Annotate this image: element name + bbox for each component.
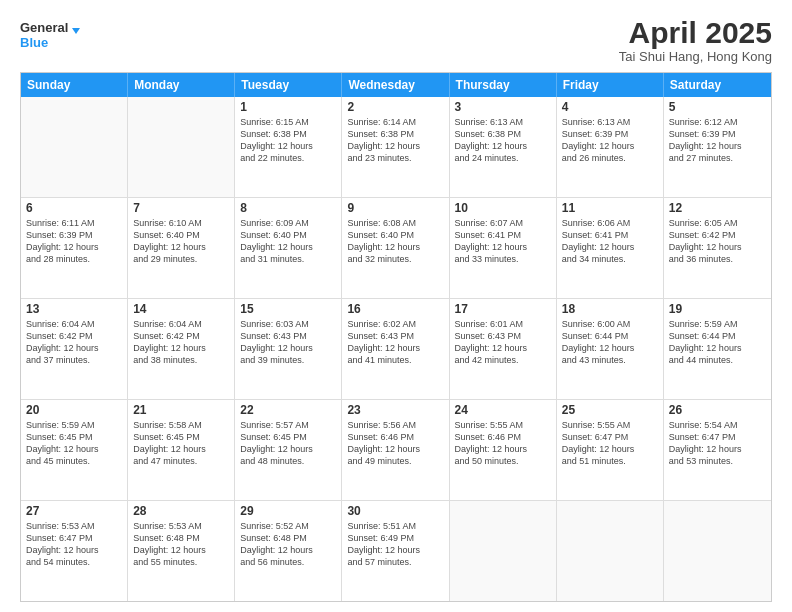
day-number: 30 [347,504,443,518]
calendar-cell: 27 Sunrise: 5:53 AM Sunset: 6:47 PM Dayl… [21,501,128,601]
calendar-cell: 26 Sunrise: 5:54 AM Sunset: 6:47 PM Dayl… [664,400,771,500]
sunrise-line: Sunrise: 5:55 AM [562,419,658,431]
daylight-line: Daylight: 12 hours [562,342,658,354]
day-number: 11 [562,201,658,215]
daylight-minutes-line: and 36 minutes. [669,253,766,265]
sunset-line: Sunset: 6:42 PM [26,330,122,342]
calendar-week-4: 20 Sunrise: 5:59 AM Sunset: 6:45 PM Dayl… [21,400,771,501]
calendar-cell [664,501,771,601]
day-number: 22 [240,403,336,417]
daylight-line: Daylight: 12 hours [669,140,766,152]
day-number: 10 [455,201,551,215]
sunset-line: Sunset: 6:40 PM [347,229,443,241]
calendar-cell: 4 Sunrise: 6:13 AM Sunset: 6:39 PM Dayli… [557,97,664,197]
daylight-line: Daylight: 12 hours [347,140,443,152]
calendar-cell: 28 Sunrise: 5:53 AM Sunset: 6:48 PM Dayl… [128,501,235,601]
daylight-minutes-line: and 49 minutes. [347,455,443,467]
daylight-minutes-line: and 57 minutes. [347,556,443,568]
day-number: 2 [347,100,443,114]
day-number: 14 [133,302,229,316]
calendar-cell: 21 Sunrise: 5:58 AM Sunset: 6:45 PM Dayl… [128,400,235,500]
daylight-minutes-line: and 31 minutes. [240,253,336,265]
sunset-line: Sunset: 6:45 PM [133,431,229,443]
daylight-minutes-line: and 24 minutes. [455,152,551,164]
calendar-cell: 30 Sunrise: 5:51 AM Sunset: 6:49 PM Dayl… [342,501,449,601]
calendar-cell: 8 Sunrise: 6:09 AM Sunset: 6:40 PM Dayli… [235,198,342,298]
daylight-line: Daylight: 12 hours [562,443,658,455]
daylight-minutes-line: and 23 minutes. [347,152,443,164]
daylight-line: Daylight: 12 hours [240,443,336,455]
calendar-cell [128,97,235,197]
sunset-line: Sunset: 6:48 PM [240,532,336,544]
day-number: 21 [133,403,229,417]
sunrise-line: Sunrise: 6:05 AM [669,217,766,229]
sunrise-line: Sunrise: 6:13 AM [562,116,658,128]
sunrise-line: Sunrise: 6:01 AM [455,318,551,330]
sunrise-line: Sunrise: 5:56 AM [347,419,443,431]
daylight-minutes-line: and 37 minutes. [26,354,122,366]
daylight-line: Daylight: 12 hours [669,241,766,253]
day-number: 26 [669,403,766,417]
day-number: 7 [133,201,229,215]
daylight-minutes-line: and 50 minutes. [455,455,551,467]
sunset-line: Sunset: 6:42 PM [133,330,229,342]
calendar-week-3: 13 Sunrise: 6:04 AM Sunset: 6:42 PM Dayl… [21,299,771,400]
logo-svg: General Blue [20,16,80,56]
calendar-week-2: 6 Sunrise: 6:11 AM Sunset: 6:39 PM Dayli… [21,198,771,299]
calendar-cell: 15 Sunrise: 6:03 AM Sunset: 6:43 PM Dayl… [235,299,342,399]
sunset-line: Sunset: 6:43 PM [455,330,551,342]
sunrise-line: Sunrise: 5:53 AM [26,520,122,532]
sunrise-line: Sunrise: 6:03 AM [240,318,336,330]
header-day-tuesday: Tuesday [235,73,342,97]
sunset-line: Sunset: 6:40 PM [133,229,229,241]
day-number: 5 [669,100,766,114]
calendar-cell [21,97,128,197]
sunrise-line: Sunrise: 6:10 AM [133,217,229,229]
daylight-line: Daylight: 12 hours [455,241,551,253]
sunset-line: Sunset: 6:43 PM [240,330,336,342]
calendar-cell: 19 Sunrise: 5:59 AM Sunset: 6:44 PM Dayl… [664,299,771,399]
calendar-cell: 14 Sunrise: 6:04 AM Sunset: 6:42 PM Dayl… [128,299,235,399]
calendar-cell: 24 Sunrise: 5:55 AM Sunset: 6:46 PM Dayl… [450,400,557,500]
sunset-line: Sunset: 6:39 PM [669,128,766,140]
calendar-cell: 13 Sunrise: 6:04 AM Sunset: 6:42 PM Dayl… [21,299,128,399]
day-number: 27 [26,504,122,518]
daylight-line: Daylight: 12 hours [133,443,229,455]
calendar-cell: 17 Sunrise: 6:01 AM Sunset: 6:43 PM Dayl… [450,299,557,399]
calendar-cell: 18 Sunrise: 6:00 AM Sunset: 6:44 PM Dayl… [557,299,664,399]
sunset-line: Sunset: 6:41 PM [562,229,658,241]
sunset-line: Sunset: 6:47 PM [26,532,122,544]
daylight-minutes-line: and 44 minutes. [669,354,766,366]
calendar-week-1: 1 Sunrise: 6:15 AM Sunset: 6:38 PM Dayli… [21,97,771,198]
daylight-line: Daylight: 12 hours [26,443,122,455]
daylight-line: Daylight: 12 hours [240,140,336,152]
daylight-minutes-line: and 38 minutes. [133,354,229,366]
daylight-line: Daylight: 12 hours [347,241,443,253]
calendar-cell: 12 Sunrise: 6:05 AM Sunset: 6:42 PM Dayl… [664,198,771,298]
calendar-cell: 23 Sunrise: 5:56 AM Sunset: 6:46 PM Dayl… [342,400,449,500]
sunrise-line: Sunrise: 6:13 AM [455,116,551,128]
sunset-line: Sunset: 6:46 PM [347,431,443,443]
month-title: April 2025 [619,16,772,49]
header-day-saturday: Saturday [664,73,771,97]
sunset-line: Sunset: 6:38 PM [240,128,336,140]
calendar-cell: 16 Sunrise: 6:02 AM Sunset: 6:43 PM Dayl… [342,299,449,399]
daylight-minutes-line: and 33 minutes. [455,253,551,265]
daylight-minutes-line: and 48 minutes. [240,455,336,467]
calendar-body: 1 Sunrise: 6:15 AM Sunset: 6:38 PM Dayli… [21,97,771,601]
day-number: 6 [26,201,122,215]
daylight-minutes-line: and 28 minutes. [26,253,122,265]
daylight-minutes-line: and 53 minutes. [669,455,766,467]
calendar-cell: 3 Sunrise: 6:13 AM Sunset: 6:38 PM Dayli… [450,97,557,197]
sunrise-line: Sunrise: 5:58 AM [133,419,229,431]
sunset-line: Sunset: 6:47 PM [562,431,658,443]
calendar-cell: 2 Sunrise: 6:14 AM Sunset: 6:38 PM Dayli… [342,97,449,197]
daylight-minutes-line: and 56 minutes. [240,556,336,568]
day-number: 8 [240,201,336,215]
daylight-minutes-line: and 51 minutes. [562,455,658,467]
sunrise-line: Sunrise: 5:59 AM [26,419,122,431]
daylight-minutes-line: and 42 minutes. [455,354,551,366]
day-number: 23 [347,403,443,417]
daylight-line: Daylight: 12 hours [562,140,658,152]
day-number: 3 [455,100,551,114]
